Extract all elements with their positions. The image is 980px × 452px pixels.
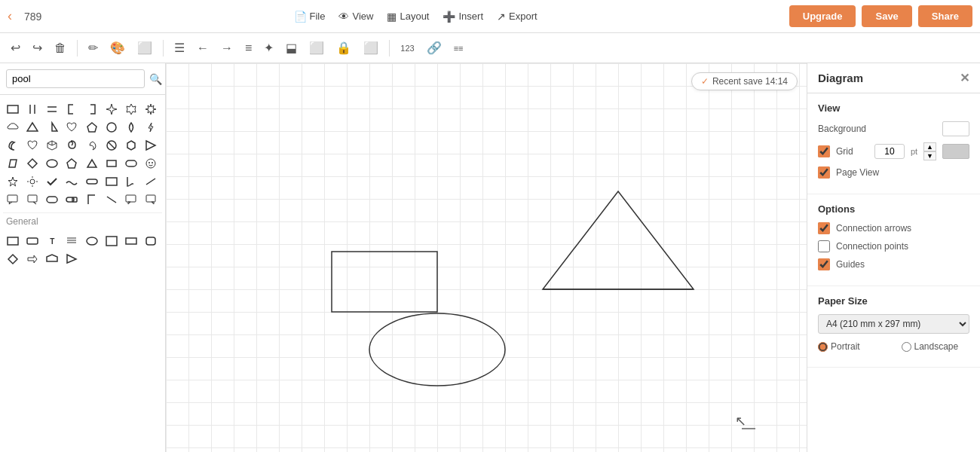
shape-triangle[interactable] — [24, 119, 41, 136]
grid-up-button[interactable]: ▲ — [923, 142, 936, 151]
size-button[interactable]: 123 — [396, 41, 418, 56]
gen-pentagon[interactable] — [44, 251, 60, 267]
link-button[interactable]: 🔗 — [422, 38, 446, 58]
canvas-area[interactable]: ✓ Recent save 14:14 ↖ — [166, 63, 807, 452]
shape-moon2[interactable] — [84, 137, 100, 154]
nav-view[interactable]: 👁 View — [338, 11, 373, 23]
shape-pill[interactable] — [84, 173, 100, 190]
shape-no[interactable] — [103, 137, 120, 154]
shape-bracket-r[interactable] — [84, 101, 100, 118]
gen-rtriangle[interactable] — [63, 251, 80, 267]
grid-checkbox[interactable] — [818, 145, 830, 157]
gen-rect[interactable] — [5, 233, 21, 249]
shape-star-8[interactable] — [142, 101, 159, 118]
portrait-option[interactable]: Portrait — [818, 341, 887, 352]
shape-cube[interactable] — [44, 137, 60, 154]
page-view-checkbox[interactable] — [818, 166, 830, 179]
gen-rhombus[interactable] — [5, 251, 21, 267]
shape-check[interactable] — [44, 173, 60, 190]
shape-circle[interactable] — [103, 119, 120, 136]
landscape-radio[interactable] — [902, 342, 911, 352]
shape-line1[interactable] — [142, 173, 159, 190]
arrow-right-button[interactable]: → — [216, 38, 237, 58]
shape-parallel[interactable] — [5, 155, 21, 172]
grid-color-picker[interactable] — [942, 144, 969, 159]
shape-hline[interactable] — [44, 101, 60, 118]
arrow-left-button[interactable]: ← — [192, 38, 213, 58]
nav-layout[interactable]: ▦ Layout — [387, 11, 429, 23]
shape-triangle2[interactable] — [84, 155, 100, 172]
back-arrow[interactable]: ‹ — [8, 8, 12, 24]
shape-oval[interactable] — [44, 155, 60, 172]
grid-down-button[interactable]: ▼ — [923, 151, 936, 160]
shape-cloud[interactable] — [5, 119, 21, 136]
align-center-button[interactable]: ≡ — [240, 38, 256, 58]
background-color-picker[interactable] — [942, 121, 969, 136]
save-button[interactable]: Save — [862, 5, 911, 27]
format-button[interactable]: ≡≡ — [449, 41, 468, 56]
shape-vline[interactable] — [24, 101, 41, 118]
portrait-radio[interactable] — [818, 342, 828, 352]
shape-roundrect2[interactable] — [44, 191, 60, 208]
shape-star5[interactable] — [5, 173, 21, 190]
landscape-option[interactable]: Landscape — [902, 341, 970, 352]
align-button[interactable]: ☰ — [170, 38, 189, 58]
delete-button[interactable]: 🗑 — [50, 38, 71, 58]
shape-spiral[interactable] — [63, 137, 80, 154]
shape-sun[interactable] — [24, 173, 41, 190]
shape-pentagon[interactable] — [84, 119, 100, 136]
upgrade-button[interactable]: Upgrade — [789, 5, 856, 27]
shape-moon[interactable] — [5, 137, 21, 154]
shape-wave[interactable] — [63, 173, 80, 190]
nav-file[interactable]: 📄 File — [294, 11, 326, 23]
nav-insert[interactable]: ➕ Insert — [443, 11, 483, 23]
shape-lshape[interactable] — [123, 173, 139, 190]
gen-text[interactable]: T — [44, 233, 60, 249]
search-input[interactable] — [6, 69, 145, 88]
right-panel-close[interactable]: ✕ — [960, 71, 969, 85]
shape-star-6[interactable] — [123, 101, 139, 118]
shape-lshape2[interactable] — [84, 191, 100, 208]
waypoint-button[interactable]: ✦ — [259, 38, 278, 58]
shape-rtriangle2[interactable] — [142, 137, 159, 154]
fullscreen-button[interactable]: ⬜ — [359, 38, 383, 58]
gen-arrow-r[interactable] — [24, 251, 41, 267]
search-icon[interactable]: 🔍 — [149, 73, 162, 85]
shape-button[interactable]: ⬜ — [133, 38, 157, 58]
guides-checkbox[interactable] — [818, 258, 830, 270]
gen-rect3[interactable] — [103, 233, 120, 249]
shape-rhombus[interactable] — [24, 155, 41, 172]
redo-button[interactable]: ↪ — [28, 38, 47, 58]
shape-hexagon[interactable] — [123, 137, 139, 154]
shape-pill2[interactable] — [63, 191, 80, 208]
shape-heart[interactable] — [63, 119, 80, 136]
shape-heart2[interactable] — [24, 137, 41, 154]
shape-pentagon2[interactable] — [63, 155, 80, 172]
shape-arrow-callout2[interactable] — [142, 191, 159, 208]
gen-rect5[interactable] — [142, 233, 159, 249]
lock-button[interactable]: 🔒 — [332, 38, 356, 58]
shape-arrow-callout[interactable] — [123, 191, 139, 208]
shape-roundrect[interactable] — [123, 155, 139, 172]
fill-button[interactable]: 🎨 — [106, 38, 130, 58]
pencil-button[interactable]: ✏ — [84, 38, 103, 58]
shape-bracket-l[interactable] — [63, 101, 80, 118]
shape-callout2[interactable] — [24, 191, 41, 208]
shape-star-4[interactable] — [103, 101, 120, 118]
shape-callout[interactable] — [5, 191, 21, 208]
shape-rect2[interactable] — [103, 155, 120, 172]
shape-drop[interactable] — [123, 119, 139, 136]
shape-smiley[interactable] — [142, 155, 159, 172]
shape-line2[interactable] — [103, 191, 120, 208]
grid-value-input[interactable] — [874, 144, 905, 159]
gen-rect2[interactable] — [24, 233, 41, 249]
gen-label[interactable] — [63, 233, 80, 249]
shape-rtriangle[interactable] — [44, 119, 60, 136]
shape-rectangle[interactable] — [5, 101, 21, 118]
gen-rect4[interactable] — [123, 233, 139, 249]
connection-arrows-checkbox[interactable] — [818, 222, 830, 234]
clear-button[interactable]: ⬜ — [305, 38, 329, 58]
connection-points-checkbox[interactable] — [818, 240, 830, 252]
paper-size-select[interactable]: A4 (210 mm x 297 mm) A3 (297 mm x 420 mm… — [818, 314, 969, 334]
shape-rect3[interactable] — [103, 173, 120, 190]
